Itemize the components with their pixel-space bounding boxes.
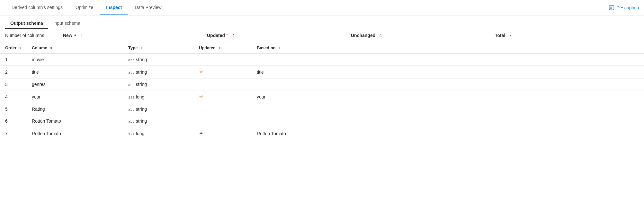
type-badge: abc: [128, 108, 135, 112]
type-badge: abc: [128, 71, 135, 75]
cell-order: 4: [0, 90, 27, 103]
schema-table-container: Order ⇕ Column ⇕ Type ⇕ Updated ⇕ Based …: [0, 42, 644, 140]
cell-column: year: [27, 90, 123, 103]
cell-column: Rotton Tomato: [27, 115, 123, 127]
updated-star-icon: ✳: [199, 94, 203, 99]
updated-star-icon: ✳: [199, 69, 203, 75]
cell-order: 3: [0, 79, 27, 90]
type-badge: abc: [128, 58, 135, 62]
cell-updated: [194, 103, 252, 115]
cell-basedon: [252, 103, 644, 115]
cell-type: 121long: [123, 90, 194, 103]
type-badge: 121: [128, 96, 135, 99]
sort-icon-column: ⇕: [50, 46, 52, 50]
top-tab-bar: Derived column's settings Optimize Inspe…: [0, 0, 644, 15]
total-stat: Total 7: [495, 33, 639, 38]
type-badge: abc: [128, 83, 135, 87]
sort-icon-updated: ⇕: [218, 46, 221, 50]
cell-column: movie: [27, 54, 123, 66]
table-row: 3genresabcstring: [0, 79, 644, 90]
cell-basedon: Rotton Tomato: [252, 127, 644, 140]
sort-icon-type: ⇕: [140, 46, 143, 50]
cell-order: 2: [0, 66, 27, 79]
cell-basedon: year: [252, 90, 644, 103]
cell-updated: [194, 79, 252, 90]
table-header-row: Order ⇕ Column ⇕ Type ⇕ Updated ⇕ Based …: [0, 42, 644, 54]
tab-optimize[interactable]: Optimize: [69, 0, 100, 15]
cell-updated: ✳: [194, 66, 252, 79]
stats-bar: Number of columns New✦ 1 Updated* 2 Unch…: [0, 29, 644, 42]
col-header-type[interactable]: Type ⇕: [123, 42, 194, 54]
total-stat-label: Total: [495, 33, 505, 38]
cell-type: abcstring: [123, 103, 194, 115]
tab-data-preview[interactable]: Data Preview: [128, 0, 168, 15]
new-asterisk: ✦: [74, 33, 77, 38]
cell-type: abcstring: [123, 54, 194, 66]
cell-type: abcstring: [123, 66, 194, 79]
col-header-order[interactable]: Order ⇕: [0, 42, 27, 54]
unchanged-stat-label: Unchanged: [351, 33, 375, 38]
cell-order: 7: [0, 127, 27, 140]
cell-basedon: [252, 115, 644, 127]
table-row: 1movieabcstring: [0, 54, 644, 66]
type-badge: 121: [128, 132, 135, 136]
cell-type: abcstring: [123, 115, 194, 127]
sort-icon-basedon: ⇕: [278, 46, 281, 50]
subtab-output-schema[interactable]: Output schema: [5, 18, 48, 29]
cell-column: title: [27, 66, 123, 79]
new-star-icon: ✦: [199, 131, 203, 136]
cell-column: Rotten Tomato: [27, 127, 123, 140]
updated-stat-value: 2: [232, 33, 234, 38]
cell-type: 121long: [123, 127, 194, 140]
cell-updated: [194, 54, 252, 66]
new-stat-label: New: [63, 33, 72, 38]
description-icon: [609, 5, 614, 11]
total-stat-value: 7: [509, 33, 512, 38]
cell-column: Rating: [27, 103, 123, 115]
table-row: 2titleabcstring✳title: [0, 66, 644, 79]
cell-order: 5: [0, 103, 27, 115]
cell-column: genres: [27, 79, 123, 90]
cell-order: 6: [0, 115, 27, 127]
table-row: 7Rotten Tomato121long✦Rotton Tomato: [0, 127, 644, 140]
description-button[interactable]: Description: [609, 5, 639, 11]
table-row: 5Ratingabcstring: [0, 103, 644, 115]
num-columns-label: Number of columns: [5, 33, 63, 38]
cell-basedon: title: [252, 66, 644, 79]
col-header-basedon[interactable]: Based on ⇕: [252, 42, 644, 54]
unchanged-stat: Unchanged 4: [351, 33, 495, 38]
col-header-column[interactable]: Column ⇕: [27, 42, 123, 54]
tab-derived-settings[interactable]: Derived column's settings: [5, 0, 69, 15]
cell-basedon: [252, 79, 644, 90]
unchanged-stat-value: 4: [379, 33, 382, 38]
updated-stat-label: Updated: [207, 33, 225, 38]
description-label: Description: [616, 5, 639, 10]
cell-type: abcstring: [123, 79, 194, 90]
cell-updated: ✦: [194, 127, 252, 140]
tab-inspect[interactable]: Inspect: [100, 0, 128, 15]
sort-icon-order: ⇕: [19, 46, 22, 50]
cell-updated: [194, 115, 252, 127]
updated-asterisk: *: [226, 33, 228, 38]
table-row: 4year121long✳year: [0, 90, 644, 103]
new-stat-value: 1: [81, 33, 83, 38]
table-row: 6Rotton Tomatoabcstring: [0, 115, 644, 127]
cell-basedon: [252, 54, 644, 66]
cell-updated: ✳: [194, 90, 252, 103]
new-stat: New✦ 1: [63, 33, 207, 38]
schema-table: Order ⇕ Column ⇕ Type ⇕ Updated ⇕ Based …: [0, 42, 644, 140]
updated-stat: Updated* 2: [207, 33, 351, 38]
sub-tab-bar: Output schema Input schema: [0, 15, 644, 29]
cell-order: 1: [0, 54, 27, 66]
col-header-updated[interactable]: Updated ⇕: [194, 42, 252, 54]
type-badge: abc: [128, 120, 135, 124]
subtab-input-schema[interactable]: Input schema: [48, 18, 85, 29]
